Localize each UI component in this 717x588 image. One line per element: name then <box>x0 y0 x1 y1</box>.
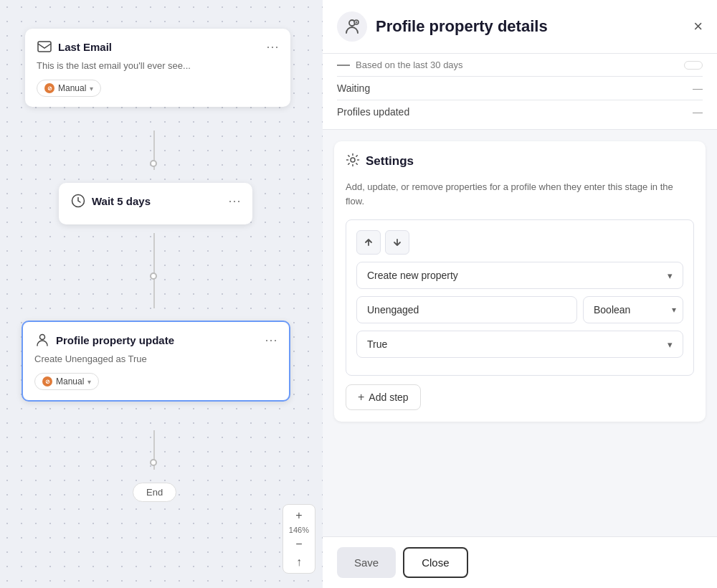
wait-node: Wait 5 days ⋯ <box>59 183 252 224</box>
clock-icon <box>70 193 86 209</box>
email-node-body: This is the last email you'll ever see..… <box>37 60 279 71</box>
profile-badge-chevron: ▾ <box>87 378 91 386</box>
type-select-wrap: Boolean String Number ▾ <box>583 296 683 323</box>
badge-chevron: ▾ <box>90 85 93 93</box>
connector-dot-1 <box>150 160 157 167</box>
arrow-down-button[interactable] <box>385 230 409 255</box>
property-dropdown-button[interactable]: Create new property ▾ <box>356 262 683 289</box>
based-on-row: Based on the last 30 days <box>337 60 463 70</box>
panel-person-icon <box>343 18 361 35</box>
profile-node-menu[interactable]: ⋯ <box>265 333 277 346</box>
profile-badge-label: Manual <box>56 376 84 387</box>
property-name-input[interactable] <box>356 296 577 323</box>
details-panel: Profile property details × Based on the … <box>323 0 717 588</box>
wait-node-title: Wait 5 days <box>92 195 151 207</box>
arrow-up-button[interactable] <box>356 230 381 255</box>
profile-manual-icon: ⊘ <box>42 376 52 387</box>
save-button[interactable]: Save <box>337 547 396 578</box>
add-step-button[interactable]: + Add step <box>346 384 421 410</box>
flow-canvas: Last Email ⋯ This is the last email you'… <box>0 0 323 588</box>
arrow-controls <box>356 230 683 255</box>
value-dropdown-label: True <box>367 338 387 350</box>
zoom-controls: + 146% − ↑ <box>282 504 315 574</box>
connector-dot-2 <box>150 272 157 280</box>
panel-icon-bg <box>337 11 367 42</box>
value-select-row: True ▾ <box>356 331 683 358</box>
svg-point-5 <box>351 158 355 162</box>
name-type-row: Boolean String Number ▾ <box>356 296 683 323</box>
panel-header: Profile property details × <box>323 0 717 54</box>
end-label: End <box>146 487 163 498</box>
property-select-row: Create new property ▾ <box>356 262 683 289</box>
email-node-menu[interactable]: ⋯ <box>266 40 279 53</box>
property-box: Create new property ▾ Boolean String Num… <box>346 219 694 376</box>
zoom-in-button[interactable]: + <box>290 508 308 523</box>
email-node-badge[interactable]: ⊘ Manual ▾ <box>37 80 101 97</box>
add-step-plus-icon: + <box>358 391 364 404</box>
settings-gear-icon <box>346 153 360 170</box>
stat-waiting-value: — <box>693 82 703 94</box>
close-button[interactable]: Close <box>403 547 467 578</box>
value-dropdown-chevron: ▾ <box>668 339 673 350</box>
panel-title: Profile property details <box>376 17 548 36</box>
settings-header: Settings <box>346 153 694 170</box>
profile-node-badge[interactable]: ⊘ Manual ▾ <box>34 373 99 390</box>
mail-icon <box>37 39 52 54</box>
person-icon <box>34 332 50 348</box>
based-on-text: Based on the last 30 days <box>356 60 463 70</box>
stat-profiles-value: — <box>693 106 703 118</box>
property-dropdown-chevron: ▾ <box>668 270 673 281</box>
type-select[interactable]: Boolean String Number <box>583 296 683 323</box>
stat-profiles-label: Profiles updated <box>337 106 409 118</box>
dash-line <box>337 65 350 66</box>
connector-2 <box>153 233 155 308</box>
panel-close-button[interactable]: × <box>693 19 703 34</box>
connector-dot-3 <box>150 459 157 466</box>
panel-header-left: Profile property details <box>337 11 548 42</box>
panel-body: Settings Add, update, or remove properti… <box>323 130 717 536</box>
profile-node-body: Create Unengaged as True <box>34 354 277 364</box>
profile-node-title: Profile property update <box>56 334 174 346</box>
add-step-label: Add step <box>369 392 408 403</box>
manual-icon: ⊘ <box>44 83 54 93</box>
stat-waiting-label: Waiting <box>337 82 370 94</box>
property-dropdown-label: Create new property <box>367 270 458 281</box>
svg-point-2 <box>40 335 45 340</box>
email-node: Last Email ⋯ This is the last email you'… <box>25 29 290 107</box>
email-badge-label: Manual <box>58 83 86 93</box>
svg-rect-0 <box>38 42 51 52</box>
zoom-level: 146% <box>289 525 309 535</box>
settings-card: Settings Add, update, or remove properti… <box>334 141 706 422</box>
email-node-title: Last Email <box>58 41 112 53</box>
value-dropdown-button[interactable]: True ▾ <box>356 331 683 358</box>
settings-description: Add, update, or remove properties for a … <box>346 180 694 208</box>
zoom-reset-button[interactable]: ↑ <box>290 554 308 570</box>
based-on-button[interactable] <box>684 61 703 70</box>
settings-title: Settings <box>366 154 414 169</box>
zoom-out-button[interactable]: − <box>290 536 308 552</box>
panel-footer: Save Close <box>323 536 717 588</box>
end-node: End <box>133 483 176 502</box>
profile-node: Profile property update ⋯ Create Unengag… <box>22 321 290 402</box>
wait-node-menu[interactable]: ⋯ <box>228 194 241 207</box>
